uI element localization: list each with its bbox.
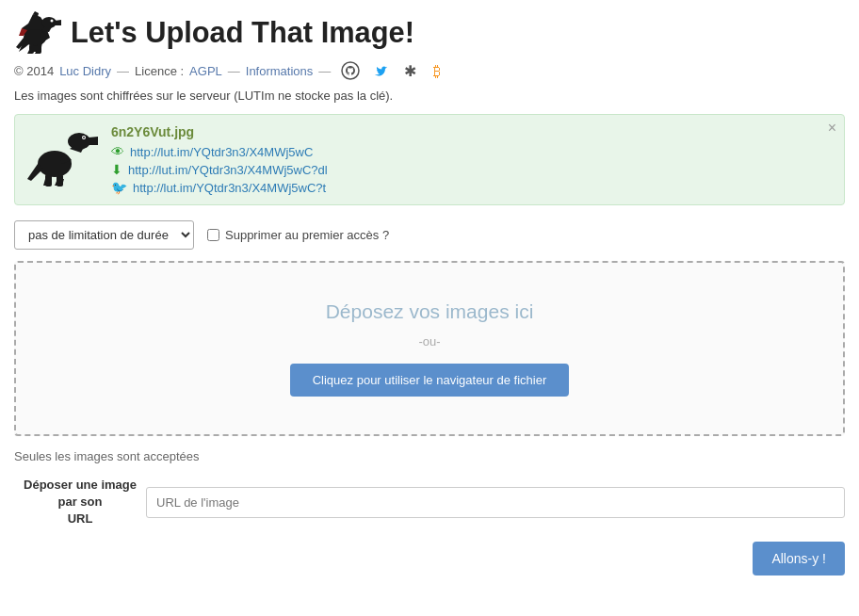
bitcoin-icon: ₿ <box>431 61 450 80</box>
author-link[interactable]: Luc Didry <box>59 64 111 78</box>
result-info: 6n2Y6Vut.jpg 👁 http://lut.im/YQtdr3n3/X4… <box>111 124 831 195</box>
delete-on-access-checkbox[interactable] <box>207 229 219 241</box>
copyright-text: © 2014 <box>14 64 54 78</box>
twitter-share-icon: 🐦 <box>111 180 127 195</box>
license-link[interactable]: AGPL <box>189 64 222 78</box>
logo-dino-icon <box>14 9 61 57</box>
bitcoin-icon-link[interactable]: ₿ <box>430 60 451 81</box>
svg-marker-5 <box>55 20 61 25</box>
delete-on-access-text: Supprimer au premier accès ? <box>225 228 389 242</box>
view-link[interactable]: http://lut.im/YQtdr3n3/X4MWj5wC <box>130 145 313 159</box>
download-link-row: ⬇ http://lut.im/YQtdr3n3/X4MWj5wC?dl <box>111 162 831 177</box>
sep2: — <box>228 64 240 78</box>
result-links: 👁 http://lut.im/YQtdr3n3/X4MWj5wC ⬇ http… <box>111 144 831 195</box>
svg-point-28 <box>83 137 85 138</box>
drop-zone[interactable]: Déposez vos images ici -ou- Cliquez pour… <box>14 261 845 436</box>
submit-button[interactable]: Allons-y ! <box>753 542 845 575</box>
url-upload-row: Déposer une image par son URL <box>14 477 845 528</box>
twitter-icon <box>371 61 390 80</box>
download-link[interactable]: http://lut.im/YQtdr3n3/X4MWj5wC?dl <box>128 163 328 177</box>
view-icon: 👁 <box>111 144 124 159</box>
url-label-line2: URL <box>68 511 93 526</box>
delete-on-access-label: Supprimer au premier accès ? <box>207 228 389 242</box>
diaspora-icon: ✱ <box>401 61 420 80</box>
social-icons-group: ✱ ₿ <box>340 60 451 81</box>
sep1: — <box>117 64 129 78</box>
description-text: Les images sont chiffrées sur le serveur… <box>14 89 845 103</box>
result-filename: 6n2Y6Vut.jpg <box>111 124 831 139</box>
twitter-link-row: 🐦 http://lut.im/YQtdr3n3/X4MWj5wC?t <box>111 180 831 195</box>
view-link-row: 👁 http://lut.im/YQtdr3n3/X4MWj5wC <box>111 144 831 159</box>
duration-select[interactable]: pas de limitation de durée <box>14 220 194 250</box>
url-upload-label: Déposer une image par son URL <box>14 477 146 528</box>
svg-text:₿: ₿ <box>433 63 441 79</box>
github-icon <box>341 61 360 80</box>
svg-text:✱: ✱ <box>404 63 416 79</box>
only-images-note: Seules les images sont acceptées <box>14 449 845 463</box>
subtitle-row: © 2014 Luc Didry — Licence : AGPL — Info… <box>14 60 845 81</box>
svg-point-3 <box>24 29 46 46</box>
twitter-share-link[interactable]: http://lut.im/YQtdr3n3/X4MWj5wC?t <box>133 181 326 195</box>
url-label-line1: Déposer une image par son <box>24 478 137 509</box>
sep3: — <box>318 64 331 78</box>
close-result-button[interactable]: × <box>828 121 836 136</box>
browse-button[interactable]: Cliquez pour utiliser le navigateur de f… <box>290 364 570 397</box>
license-label: Licence : <box>135 64 184 78</box>
url-input[interactable] <box>146 487 845 518</box>
twitter-icon-link[interactable] <box>370 60 391 81</box>
svg-point-13 <box>51 20 54 23</box>
download-icon: ⬇ <box>111 162 122 177</box>
diaspora-icon-link[interactable]: ✱ <box>400 60 421 81</box>
app-header: Let's Upload That Image! <box>14 9 845 57</box>
info-link[interactable]: Informations <box>246 64 314 78</box>
svg-marker-20 <box>89 137 98 145</box>
upload-result-card: 6n2Y6Vut.jpg 👁 http://lut.im/YQtdr3n3/X4… <box>14 114 845 205</box>
github-icon-link[interactable] <box>340 60 361 81</box>
options-row: pas de limitation de durée Supprimer au … <box>14 220 845 250</box>
result-dino-icon <box>24 124 100 190</box>
submit-row: Allons-y ! <box>14 542 845 575</box>
page-title: Let's Upload That Image! <box>71 16 414 50</box>
svg-point-14 <box>342 62 359 79</box>
svg-point-17 <box>38 151 72 177</box>
or-text: -ou- <box>35 334 824 349</box>
drop-text: Déposez vos images ici <box>35 300 824 323</box>
